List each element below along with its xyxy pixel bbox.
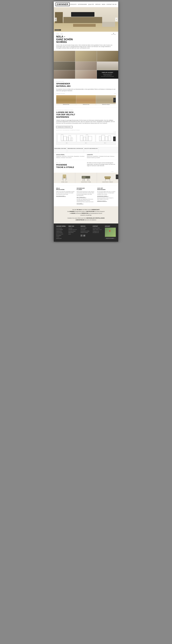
footer-contact-email[interactable]: info@gwinner.de — [93, 231, 104, 232]
brochure-pdf-link[interactable]: PDF BROSCHÜRE › — [56, 196, 75, 196]
svg-rect-6 — [80, 136, 83, 141]
nav-service[interactable]: SERVICE — [95, 4, 101, 5]
combo-sketch-3 — [96, 134, 114, 142]
language-switcher[interactable]: DE / EN — [113, 4, 116, 5]
surface-item-3[interactable]: Balkeneiche steingrau — [96, 95, 116, 105]
surfaces-next-button[interactable]: › — [113, 98, 116, 102]
nav-kontakt[interactable]: KONTAKT — [107, 4, 112, 5]
accordion-section: EINZELMÖBEL DER SERIE ↓ ÜBERARBEITUNG & … — [54, 147, 118, 160]
footer-link-qualitaet[interactable]: GWINNER QUALITÄT — [68, 229, 79, 230]
nav-unternehmen[interactable]: UNTERNEHMEN — [78, 4, 87, 5]
gallery-cell-8[interactable] — [75, 70, 97, 79]
tables-left: NR. 122 PASSENDE TISCHE & STÜHLE — [56, 162, 85, 170]
footer-link-couchtische[interactable]: COUCHTISCHE — [56, 232, 67, 233]
footer-link-innovation[interactable]: INNOVATION — [68, 232, 79, 233]
product-coffee-table[interactable]: COUCHTISCH: CT135L — [75, 173, 97, 183]
gallery-cell-5[interactable] — [75, 62, 97, 70]
gallery-cell-1[interactable] — [54, 51, 75, 62]
combinations-counter: 1 / 15 — [114, 132, 116, 132]
footer-col-products: GWINNER MÖBEL WOHNWÄNDE SCHLAFZIMMER SID… — [56, 226, 67, 240]
brand-footer: Seit über 80 Jahren sind Möbel unsere LE… — [54, 206, 118, 224]
footer-link-barhocker[interactable]: BARHOCKER — [56, 238, 67, 239]
surfaces-label: OBERFLÄCHEN — [56, 93, 65, 94]
logo[interactable]: GWINNER — [56, 2, 69, 6]
coffee-table-image — [76, 174, 96, 182]
footer-link-showroom[interactable]: SHOWROOM-TERMIN — [80, 231, 91, 232]
tables-next-button[interactable]: › — [116, 174, 118, 179]
facebook-icon[interactable]: f — [80, 234, 83, 237]
download-typenliste-button[interactable]: DOWNLOAD TYPENLISTE › — [56, 126, 72, 128]
hero-material-badge[interactable]: MATERIAL ↓ — [55, 29, 61, 31]
brand-line3: an DESIGN, technische PERFEKTION und han… — [57, 212, 115, 214]
footer-contact-phone[interactable]: Telefon: 05161 xx xxx-0 — [93, 229, 104, 230]
google-plus-icon[interactable]: g+ — [83, 234, 85, 237]
footer-link-3dplaner[interactable]: 3D-PLANER — [80, 229, 91, 230]
combo-sketch-2 — [77, 134, 95, 142]
combo-item-2[interactable]: Nr. 2 — [77, 134, 95, 144]
nav-produkte[interactable]: PRODUKTE — [70, 4, 77, 5]
footer-map — [105, 228, 116, 237]
gallery-cell-7[interactable] — [54, 70, 75, 79]
combo-item-3[interactable]: Nr. 3 — [96, 134, 114, 144]
accordion-tab-einzelmoebel[interactable]: EINZELMÖBEL DER SERIE ↓ — [54, 147, 67, 153]
surface-item-1[interactable]: Balkeneiche Natur — [56, 95, 76, 105]
hero-prev-button[interactable]: ‹ — [54, 18, 57, 21]
footer-link-news[interactable]: NEWS — [68, 234, 79, 235]
haendler-link[interactable]: HÄNDLER FINDEN › — [97, 200, 116, 202]
combinations-sub-label: BEISPIELE WOHNWAND-KOMBINATIONEN — [56, 130, 116, 130]
footer-link-wohnwaende[interactable]: WOHNWÄNDE — [56, 228, 67, 229]
tables-title: PASSENDE TISCHE & STÜHLE — [56, 164, 85, 168]
footer-link-nachhaltigkeit[interactable]: NACHHALTIGKEIT — [68, 231, 79, 232]
tables-label: NR. 122 — [56, 162, 85, 163]
svg-rect-16 — [63, 175, 66, 177]
footer-link-beistelltische[interactable]: BEISTELLTISCHE — [56, 234, 67, 235]
footer-contact-web[interactable]: www.gwinner.de — [93, 232, 104, 233]
showroom-link[interactable]: SHOWROOM-TERMIN › — [97, 196, 116, 196]
accordion-zubehoer: ZUBEHÖR Beleuchtung, EinlegeBöden, Schub… — [87, 154, 116, 158]
footer-link-sideboards[interactable]: SIDEBOARDS — [56, 231, 67, 232]
back-to-top-button[interactable]: ▲ NACH OBEN — [111, 32, 116, 35]
product-side-table[interactable]: COUCHTISCH: CT500/75 — [97, 173, 118, 183]
combinations-next-button[interactable]: › — [113, 136, 116, 141]
footer-link-haendler[interactable]: HÄNDLER FINDEN — [80, 232, 91, 233]
svg-rect-0 — [61, 135, 63, 141]
accordion-tab-qualitaet[interactable]: QUALITÄT UND WOHNGLÜCK ↓ — [84, 147, 98, 153]
breadcrumb-nola[interactable]: NOLA — [60, 34, 63, 34]
breadcrumb-home[interactable]: HOME — [56, 34, 59, 34]
svg-rect-1 — [63, 136, 66, 141]
product-chair[interactable]: STUHL: Laila — [54, 173, 75, 183]
combo-label-3: Nr. 3 — [104, 142, 106, 144]
nav-news[interactable]: NEWS — [102, 4, 105, 5]
planen-typenliste-link[interactable]: PDF TYPENLISTE › — [77, 197, 95, 198]
gallery-cell-6[interactable] — [97, 62, 118, 70]
header: GWINNER PRODUKTE UNTERNEHMEN QUALITÄT SE… — [54, 2, 118, 7]
svg-rect-24 — [86, 176, 90, 178]
footer-products-title: GWINNER MÖBEL — [56, 226, 67, 227]
accordion-einzelmoebel: EINZELMÖBEL Hängevitrine, Standvitrine, … — [56, 154, 85, 158]
footer-link-broschuren[interactable]: BROSCHÜREN — [80, 228, 91, 229]
hero-next-button[interactable]: › — [115, 18, 118, 21]
gallery-cell-4[interactable] — [54, 62, 75, 70]
combo-item-1[interactable]: Nr. 1 — [58, 134, 76, 144]
planen-3d-link[interactable]: 3D PLANER › — [77, 203, 95, 204]
gallery-cell-2[interactable] — [75, 51, 97, 62]
hero-slider: ‹ › MATERIAL ↓ — [54, 7, 118, 32]
gallery-cell-3[interactable] — [97, 51, 118, 62]
hero-image — [54, 7, 118, 32]
combo-label-2: Nr. 2 — [85, 142, 87, 144]
tables-grid: STUHL: Laila COUCHTISCH: CT135L — [54, 173, 118, 183]
route-planen-button[interactable]: ROUTE PLANEN › — [105, 238, 116, 239]
footer-link-esszimmer[interactable]: ESSZIMMER — [56, 235, 67, 236]
svg-line-31 — [105, 179, 106, 181]
svg-rect-3 — [69, 136, 71, 141]
brand-line5: Gestalten Sie unsere Möbel nach Ihren IN… — [57, 217, 115, 219]
combo-drawing-1 — [58, 134, 76, 142]
footer-link-gwinner[interactable]: GWINNER — [68, 228, 79, 229]
accordion-tab-ueberarbeitung[interactable]: ÜBERARBEITUNG & MATERIALIEN ↓ — [67, 147, 84, 153]
nav-qualitaet[interactable]: QUALITÄT — [88, 4, 94, 5]
combinations-description: Vielfache Lösungen für großzügige Raumko… — [56, 120, 116, 124]
footer-link-tische[interactable]: TISCHE — [56, 236, 67, 238]
vor-ort-col: VOR ORT ANSCHAUEN Die neuen NOLA Möbel s… — [97, 188, 116, 204]
surface-item-2[interactable]: Balkeneiche honig — [76, 95, 96, 105]
footer-link-schlafzimmer[interactable]: SCHLAFZIMMER — [56, 229, 67, 230]
